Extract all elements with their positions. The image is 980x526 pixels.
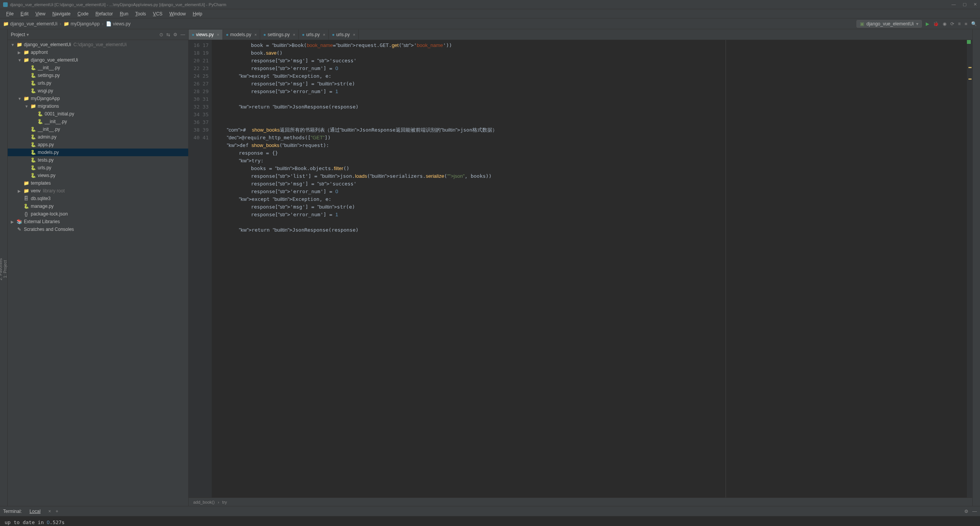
menu-refactor[interactable]: Refactor (92, 10, 116, 17)
tree-row[interactable]: 🐍tests.py (8, 156, 188, 164)
stop-icon[interactable]: ■ (965, 21, 967, 27)
crumb-1[interactable]: try (222, 500, 227, 504)
tree-row[interactable]: 🐍models.py (8, 149, 188, 156)
locate-icon[interactable]: ⊙ (159, 32, 163, 37)
tree-row[interactable]: ▼📁django_vue_elementUiC:\django_vue_elem… (8, 41, 188, 48)
tree-row[interactable]: {}package-lock.json (8, 210, 188, 218)
menu-tools[interactable]: Tools (132, 10, 149, 17)
menu-view[interactable]: View (32, 10, 48, 17)
app-icon (3, 2, 8, 7)
tree-row[interactable]: 🐍apps.py (8, 141, 188, 149)
navbar: 📁 django_vue_elementUi›📁 myDjangoApp›📄 v… (0, 18, 980, 29)
tree-row[interactable]: 🐍wsgi.py (8, 87, 188, 95)
editor-tab[interactable]: ●urls.py× (329, 30, 359, 40)
tree-row[interactable]: ▶📁venvlibrary root (8, 187, 188, 195)
profile-icon[interactable]: ⟳ (950, 21, 954, 27)
terminal-title: Terminal: (3, 509, 22, 514)
menu-file[interactable]: File (3, 10, 17, 17)
menu-help[interactable]: Help (190, 10, 206, 17)
gear-icon[interactable]: ⚙ (173, 32, 177, 37)
menubar[interactable]: FileEditViewNavigateCodeRefactorRunTools… (0, 9, 980, 18)
line-gutter[interactable]: 16 17 18 19 20 21 22 23 24 25 26 27 28 2… (189, 40, 212, 498)
breadcrumb-0[interactable]: 📁 django_vue_elementUi (3, 21, 57, 27)
tree-row[interactable]: ▶📚External Libraries (8, 218, 188, 225)
gutter-project[interactable]: 1: Project (3, 258, 7, 280)
gutter-favorites[interactable]: 2: Favorites (0, 256, 3, 282)
menu-navigate[interactable]: Navigate (49, 10, 74, 17)
tree-row[interactable]: 🐍manage.py (8, 202, 188, 210)
right-gutter[interactable] (972, 29, 980, 506)
menu-run[interactable]: Run (117, 10, 131, 17)
run-config-label: django_vue_elementUi (866, 21, 914, 27)
collapse-icon[interactable]: ⇆ (166, 32, 170, 37)
crumb-0[interactable]: add_book() (193, 500, 215, 504)
marker-stripe[interactable] (967, 40, 972, 498)
debug-icon[interactable]: 🐞 (933, 21, 939, 27)
tree-row[interactable]: 📁templates (8, 179, 188, 187)
hide-icon[interactable]: — (181, 32, 185, 37)
tree-row[interactable]: 🐍urls.py (8, 164, 188, 172)
tree-row[interactable]: 🐍admin.py (8, 133, 188, 141)
terminal-panel: Terminal: Local × + ⚙ — up to date in 0.… (0, 506, 980, 526)
tree-row[interactable]: ▼📁myDjangoApp (8, 95, 188, 102)
editor-tab[interactable]: ●views.py× (189, 30, 223, 40)
tree-row[interactable]: 🐍0001_initial.py (8, 110, 188, 118)
terminal-body[interactable]: up to date in 0.527s found 0 vulnerabili… (0, 516, 980, 526)
terminal-tab-local[interactable]: Local (27, 508, 44, 515)
tree-row[interactable]: 🐍settings.py (8, 72, 188, 79)
minimize-icon[interactable]: — (952, 2, 956, 7)
tree-row[interactable]: ✎Scratches and Consoles (8, 225, 188, 233)
close-icon[interactable]: ✕ (973, 2, 977, 7)
tree-row[interactable]: ▼📁migrations (8, 102, 188, 110)
code-breadcrumb[interactable]: add_book() › try (189, 498, 972, 506)
project-panel: Project ▾ ⊙ ⇆ ⚙ — ▼📁django_vue_elementUi… (8, 29, 189, 506)
tree-row[interactable]: 🐍views.py (8, 172, 188, 179)
attach-icon[interactable]: ≡ (958, 21, 961, 27)
menu-edit[interactable]: Edit (17, 10, 32, 17)
left-gutter[interactable]: 1: Project 2: Favorites 7: Structure (0, 29, 8, 506)
editor-tab[interactable]: ●models.py× (223, 30, 260, 40)
terminal-hide-icon[interactable]: — (972, 509, 977, 514)
project-tree[interactable]: ▼📁django_vue_elementUiC:\django_vue_elem… (8, 40, 188, 506)
run-icon[interactable]: ▶ (926, 21, 929, 27)
titlebar: django_vue_elementUi [C:\django_vue_elem… (0, 0, 980, 9)
search-icon[interactable]: 🔍 (971, 21, 977, 27)
tree-row[interactable]: 🗄db.sqlite3 (8, 195, 188, 202)
editor: ●views.py×●models.py×●settings.py×●urls.… (189, 29, 972, 506)
tree-row[interactable]: 🐍__init__.py (8, 64, 188, 72)
editor-tabs[interactable]: ●views.py×●models.py×●settings.py×●urls.… (189, 29, 972, 40)
code-area[interactable]: book = "builtin">Book(book_name="builtin… (212, 40, 967, 498)
maximize-icon[interactable]: ▢ (963, 2, 967, 7)
tree-row[interactable]: 🐍urls.py (8, 79, 188, 87)
menu-code[interactable]: Code (74, 10, 92, 17)
coverage-icon[interactable]: ◉ (943, 21, 947, 27)
run-config-selector[interactable]: ▣ django_vue_elementUi ▾ (856, 20, 922, 28)
terminal-tab-close[interactable]: × (48, 509, 51, 514)
project-title[interactable]: Project (11, 32, 25, 37)
window-controls[interactable]: — ▢ ✕ (952, 2, 977, 7)
editor-tab[interactable]: ●urls.py× (299, 30, 329, 40)
title-text: django_vue_elementUi [C:\django_vue_elem… (10, 2, 226, 7)
breadcrumb[interactable]: 📁 django_vue_elementUi›📁 myDjangoApp›📄 v… (3, 21, 130, 27)
tree-row[interactable]: ▼📁django_vue_elementUi (8, 56, 188, 64)
menu-vcs[interactable]: VCS (150, 10, 166, 17)
menu-window[interactable]: Window (166, 10, 189, 17)
terminal-gear-icon[interactable]: ⚙ (964, 509, 968, 514)
terminal-tab-add[interactable]: + (55, 509, 58, 514)
tree-row[interactable]: 🐍__init__.py (8, 125, 188, 133)
breadcrumb-1[interactable]: 📁 myDjangoApp (64, 21, 100, 27)
breadcrumb-2[interactable]: 📄 views.py (106, 21, 130, 27)
editor-tab[interactable]: ●settings.py× (260, 30, 299, 40)
tree-row[interactable]: 🐍__init__.py (8, 118, 188, 125)
tree-row[interactable]: ▶📁appfront (8, 48, 188, 56)
